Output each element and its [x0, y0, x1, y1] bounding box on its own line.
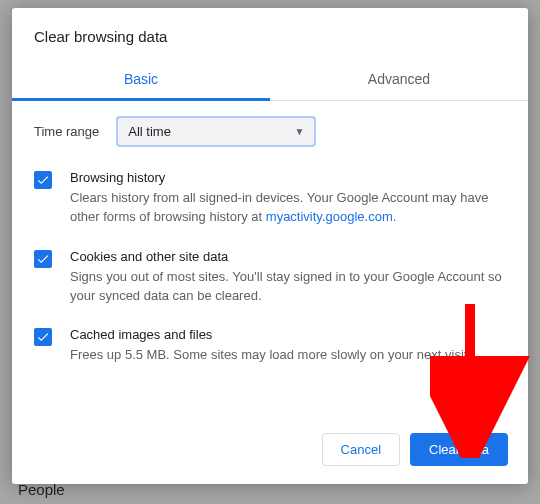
clear-data-button-label: Clear data — [429, 442, 489, 457]
time-range-select[interactable]: All time ▼ — [117, 117, 315, 146]
check-icon — [36, 173, 50, 187]
dialog-content: Time range All time ▼ Browsing history C… — [12, 101, 528, 419]
option-browsing-history-title: Browsing history — [70, 170, 506, 185]
option-cache-desc: Frees up 5.5 MB. Some sites may load mor… — [70, 346, 471, 365]
dialog-footer: Cancel Clear data — [12, 419, 528, 484]
cancel-button[interactable]: Cancel — [322, 433, 400, 466]
time-range-label: Time range — [34, 124, 99, 139]
clear-data-button[interactable]: Clear data — [410, 433, 508, 466]
history-desc-after: . — [393, 209, 397, 224]
tab-basic-label: Basic — [124, 71, 158, 87]
option-browsing-history-desc: Clears history from all signed-in device… — [70, 189, 506, 227]
option-browsing-history: Browsing history Clears history from all… — [34, 170, 506, 227]
tab-basic[interactable]: Basic — [12, 59, 270, 100]
option-browsing-history-text: Browsing history Clears history from all… — [70, 170, 506, 227]
option-cookies: Cookies and other site data Signs you ou… — [34, 249, 506, 306]
tab-advanced[interactable]: Advanced — [270, 59, 528, 100]
myactivity-link[interactable]: myactivity.google.com — [266, 209, 393, 224]
option-cache-text: Cached images and files Frees up 5.5 MB.… — [70, 327, 471, 365]
option-cache: Cached images and files Frees up 5.5 MB.… — [34, 327, 506, 365]
checkbox-cookies[interactable] — [34, 250, 52, 268]
dropdown-caret-icon: ▼ — [294, 126, 304, 137]
option-cookies-title: Cookies and other site data — [70, 249, 506, 264]
clear-browsing-data-dialog: Clear browsing data Basic Advanced Time … — [12, 8, 528, 484]
cancel-button-label: Cancel — [341, 442, 381, 457]
tab-advanced-label: Advanced — [368, 71, 430, 87]
time-range-value: All time — [128, 124, 171, 139]
time-range-row: Time range All time ▼ — [34, 117, 506, 146]
tab-bar: Basic Advanced — [12, 59, 528, 101]
myactivity-link-text: myactivity.google.com — [266, 209, 393, 224]
option-cookies-text: Cookies and other site data Signs you ou… — [70, 249, 506, 306]
check-icon — [36, 252, 50, 266]
check-icon — [36, 330, 50, 344]
checkbox-browsing-history[interactable] — [34, 171, 52, 189]
checkbox-cache[interactable] — [34, 328, 52, 346]
dialog-title: Clear browsing data — [12, 8, 528, 59]
option-cache-title: Cached images and files — [70, 327, 471, 342]
option-cookies-desc: Signs you out of most sites. You'll stay… — [70, 268, 506, 306]
